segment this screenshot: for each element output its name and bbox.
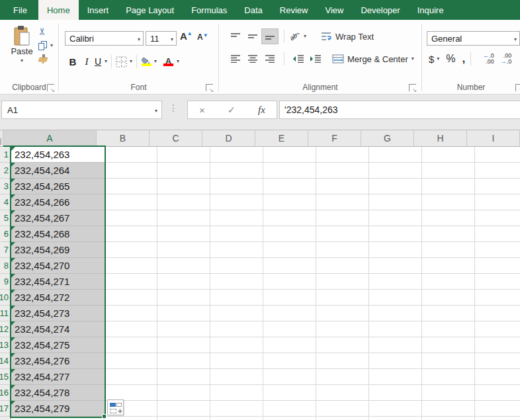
- cell-H13[interactable]: [422, 337, 475, 353]
- cell-E13[interactable]: [263, 337, 316, 353]
- cell-C14[interactable]: [157, 353, 210, 369]
- tab-formulas[interactable]: Formulas: [183, 0, 236, 20]
- cell-G15[interactable]: [369, 369, 422, 385]
- cell-H14[interactable]: [422, 353, 475, 369]
- cell-B14[interactable]: [105, 353, 157, 369]
- cancel-button[interactable]: ×: [199, 105, 205, 116]
- cell-I6[interactable]: [475, 226, 520, 242]
- column-header-H[interactable]: H: [414, 130, 467, 147]
- cell-I16[interactable]: [475, 385, 520, 401]
- cell-I3[interactable]: [475, 179, 520, 194]
- currency-button[interactable]: $: [429, 54, 434, 65]
- cell-G1[interactable]: [369, 147, 422, 163]
- cell-I2[interactable]: [475, 163, 520, 179]
- fill-color-dropdown-arrow[interactable]: ▾: [154, 59, 157, 64]
- cell-A9[interactable]: 232,454,271: [11, 274, 105, 290]
- row-header-5[interactable]: 5: [0, 210, 11, 226]
- row-header-18[interactable]: [0, 417, 11, 420]
- cell-G6[interactable]: [369, 226, 422, 242]
- align-center-button[interactable]: [244, 51, 261, 67]
- cell-E18[interactable]: [263, 417, 316, 420]
- row-header-1[interactable]: 1: [0, 147, 11, 163]
- row-header-16[interactable]: 16: [0, 385, 11, 401]
- cell-E16[interactable]: [263, 385, 316, 401]
- cell-I1[interactable]: [475, 147, 520, 163]
- row-header-14[interactable]: 14: [0, 353, 11, 369]
- name-box-dropdown-arrow[interactable]: ▾: [155, 108, 157, 114]
- enter-button[interactable]: ✓: [228, 105, 236, 115]
- row-header-11[interactable]: 11: [0, 306, 11, 321]
- cell-A15[interactable]: 232,454,277: [11, 369, 105, 385]
- cell-E2[interactable]: [263, 163, 316, 179]
- cell-B2[interactable]: [105, 163, 157, 179]
- increase-indent-button[interactable]: [307, 51, 324, 67]
- column-header-A[interactable]: A: [3, 130, 97, 147]
- cell-G14[interactable]: [369, 353, 422, 369]
- cell-D9[interactable]: [210, 274, 263, 290]
- shrink-font-button[interactable]: A▼: [197, 32, 208, 42]
- cell-E7[interactable]: [263, 242, 316, 258]
- increase-decimal-button[interactable]: ←.0 .00: [483, 53, 494, 65]
- cell-F16[interactable]: [316, 385, 369, 401]
- cell-D10[interactable]: [210, 290, 263, 306]
- cell-G7[interactable]: [369, 242, 422, 258]
- cell-C2[interactable]: [157, 163, 210, 179]
- row-header-8[interactable]: 8: [0, 258, 11, 274]
- column-header-I[interactable]: I: [467, 130, 520, 147]
- cut-button[interactable]: ✂: [38, 25, 47, 37]
- cell-C17[interactable]: [157, 401, 210, 417]
- cell-H5[interactable]: [422, 210, 475, 226]
- cell-F18[interactable]: [316, 417, 369, 420]
- cell-H17[interactable]: [422, 401, 475, 417]
- cell-H18[interactable]: [422, 417, 475, 420]
- cell-G9[interactable]: [369, 274, 422, 290]
- cell-G12[interactable]: [369, 321, 422, 337]
- row-header-7[interactable]: 7: [0, 242, 11, 258]
- column-header-D[interactable]: D: [202, 130, 255, 147]
- cell-C8[interactable]: [157, 258, 210, 274]
- cell-A6[interactable]: 232,454,268: [11, 226, 105, 242]
- cell-B4[interactable]: [105, 194, 157, 210]
- cell-H1[interactable]: [422, 147, 475, 163]
- cell-C5[interactable]: [157, 210, 210, 226]
- name-box[interactable]: A1 ▾: [1, 101, 162, 119]
- cell-C16[interactable]: [157, 385, 210, 401]
- cell-C7[interactable]: [157, 242, 210, 258]
- cell-A17[interactable]: 232,454,279: [11, 401, 105, 417]
- cell-D17[interactable]: [210, 401, 263, 417]
- cell-A1[interactable]: 232,454,263: [11, 147, 105, 163]
- cell-F4[interactable]: [316, 194, 369, 210]
- cell-C18[interactable]: [157, 417, 210, 420]
- cell-E10[interactable]: [263, 290, 316, 306]
- tab-review[interactable]: Review: [271, 0, 317, 20]
- tab-data[interactable]: Data: [236, 0, 271, 20]
- column-header-G[interactable]: G: [361, 130, 414, 147]
- underline-button[interactable]: U: [93, 56, 103, 67]
- cell-G10[interactable]: [369, 290, 422, 306]
- comma-button[interactable]: ,: [462, 52, 466, 65]
- cell-D8[interactable]: [210, 258, 263, 274]
- cell-B9[interactable]: [105, 274, 157, 290]
- tab-view[interactable]: View: [316, 0, 352, 20]
- cell-B11[interactable]: [105, 306, 157, 321]
- cell-F17[interactable]: [316, 401, 369, 417]
- cell-D4[interactable]: [210, 194, 263, 210]
- cell-B6[interactable]: [105, 226, 157, 242]
- cell-H15[interactable]: [422, 369, 475, 385]
- row-header-2[interactable]: 2: [0, 163, 11, 179]
- borders-dropdown-arrow[interactable]: ▾: [130, 59, 132, 64]
- cell-B12[interactable]: [105, 321, 157, 337]
- cell-E14[interactable]: [263, 353, 316, 369]
- cell-C9[interactable]: [157, 274, 210, 290]
- cell-H9[interactable]: [422, 274, 475, 290]
- fill-handle[interactable]: [102, 414, 107, 419]
- cell-E6[interactable]: [263, 226, 316, 242]
- cell-B16[interactable]: [105, 385, 157, 401]
- cell-D7[interactable]: [210, 242, 263, 258]
- cell-D16[interactable]: [210, 385, 263, 401]
- decrease-decimal-button[interactable]: .00 →.0: [501, 53, 512, 65]
- cell-A4[interactable]: 232,454,266: [11, 194, 105, 210]
- cell-F14[interactable]: [316, 353, 369, 369]
- cell-G16[interactable]: [369, 385, 422, 401]
- font-size-combo[interactable]: 11▾: [146, 31, 177, 46]
